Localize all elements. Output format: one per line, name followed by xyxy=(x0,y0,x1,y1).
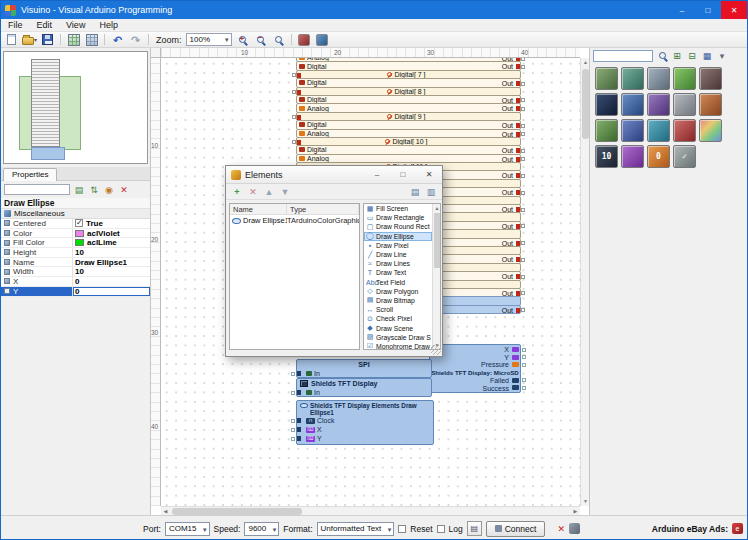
palette-item[interactable]: ◇ Draw Polygon xyxy=(364,287,432,296)
palette-item[interactable]: T Draw Text xyxy=(364,268,432,277)
input-pin[interactable] xyxy=(297,390,301,395)
palette-item[interactable]: ▢ Draw Round Rect xyxy=(364,222,432,231)
output-pin[interactable] xyxy=(516,241,520,246)
pin-stub[interactable] xyxy=(292,73,296,77)
property-name-cell[interactable]: Width xyxy=(1,267,73,276)
pin-stub[interactable] xyxy=(522,348,526,352)
property-value-cell[interactable]: 0 xyxy=(73,277,150,286)
open-dropdown-icon[interactable]: ▾ xyxy=(34,36,37,43)
property-value-cell[interactable]: Draw Ellipse1 xyxy=(73,258,150,267)
component-category-icon[interactable] xyxy=(673,67,696,90)
property-name-cell[interactable]: X xyxy=(1,277,73,286)
pin-stub[interactable] xyxy=(522,355,526,359)
property-value-cell[interactable]: aclLime xyxy=(73,238,150,247)
ebay-ad-icon[interactable]: e xyxy=(732,523,743,534)
clear-filter-icon[interactable]: ✕ xyxy=(118,184,130,196)
property-value-cell[interactable]: 10 xyxy=(73,248,150,257)
palette-item[interactable]: ☑ Monohrome Draw S xyxy=(364,342,432,349)
scroll-up-icon[interactable]: ▲ xyxy=(433,205,441,211)
zoom-select[interactable]: 100% xyxy=(186,33,232,46)
draw-ellipse-element-block[interactable]: Shields TFT Display Elements Draw Ellips… xyxy=(296,400,434,445)
property-row[interactable]: Height 10 xyxy=(1,248,150,258)
disconnect-icon[interactable]: ✕ xyxy=(557,524,565,534)
property-row[interactable]: Width 10 xyxy=(1,267,150,277)
menu-item[interactable]: Help xyxy=(92,20,125,30)
property-value-cell[interactable]: 10 xyxy=(73,267,150,276)
pin-stub[interactable] xyxy=(292,115,296,119)
property-row[interactable]: Name Draw Ellipse1 xyxy=(1,258,150,268)
dialog-maximize-icon[interactable] xyxy=(390,166,416,183)
sort-icon[interactable]: ⇅ xyxy=(88,184,100,196)
output-pin[interactable] xyxy=(516,190,520,195)
input-pin[interactable] xyxy=(297,427,301,432)
pin-stub[interactable] xyxy=(521,132,525,136)
output-pin[interactable] xyxy=(516,207,520,212)
property-row[interactable]: Centered True xyxy=(1,219,150,229)
pin-stub[interactable] xyxy=(522,363,526,367)
input-pin[interactable] xyxy=(297,371,301,376)
pin-stub[interactable] xyxy=(521,58,525,61)
palette-item[interactable]: ▤ Draw Bitmap xyxy=(364,296,432,305)
pin-stub[interactable] xyxy=(521,275,525,279)
tab-properties[interactable]: Properties xyxy=(3,168,57,181)
collapse-all-icon[interactable]: ⊟ xyxy=(686,50,698,62)
menu-item[interactable]: Edit xyxy=(30,20,60,30)
column-name[interactable]: Name xyxy=(230,204,287,214)
pin-stub[interactable] xyxy=(521,157,525,161)
pin-stub[interactable] xyxy=(521,124,525,128)
terminal-icon[interactable] xyxy=(569,523,580,534)
resize-grip[interactable] xyxy=(431,345,441,355)
pin-stub[interactable] xyxy=(521,258,525,262)
pin-panel-icon[interactable]: ◉ xyxy=(103,184,115,196)
block-pin-row[interactable]: I32 X xyxy=(297,425,433,434)
component-category-icon[interactable] xyxy=(621,93,644,116)
channel-pin[interactable] xyxy=(297,115,301,120)
log-view-button[interactable]: ▤ xyxy=(467,521,482,536)
block-pin-row[interactable]: Failed xyxy=(430,377,520,385)
block-pin-row[interactable]: Success xyxy=(430,384,520,392)
color-swatch[interactable] xyxy=(75,239,84,246)
palette-item[interactable]: Abc Text Field xyxy=(364,278,432,287)
component-category-icon[interactable] xyxy=(673,119,696,142)
port-select[interactable]: COM15 xyxy=(165,522,210,536)
property-value-cell[interactable]: aclViolet xyxy=(73,229,150,238)
dialog-title-bar[interactable]: Elements xyxy=(226,166,442,184)
property-name-cell[interactable]: Name xyxy=(1,258,73,267)
input-pin[interactable] xyxy=(297,418,301,423)
upload-button[interactable] xyxy=(315,33,330,47)
format-select[interactable]: Unformatted Text xyxy=(317,522,395,536)
block-pin-row[interactable]: I32 Y xyxy=(297,434,433,443)
color-swatch[interactable] xyxy=(75,230,84,237)
close-icon[interactable] xyxy=(721,1,747,19)
scrollbar-thumb[interactable] xyxy=(582,69,589,139)
reset-checkbox[interactable] xyxy=(398,525,406,533)
output-pin[interactable] xyxy=(516,157,520,162)
add-element-icon[interactable]: + xyxy=(231,185,243,199)
output-pin[interactable] xyxy=(516,64,520,69)
palette-item[interactable]: ▪ Draw Pixel xyxy=(364,241,432,250)
title-bar[interactable]: Visuino - Visual Arduino Programming xyxy=(1,1,747,19)
select-board-button[interactable] xyxy=(66,33,81,47)
scrollbar-thumb[interactable] xyxy=(172,508,302,515)
output-pin[interactable] xyxy=(516,81,520,86)
property-name-cell[interactable]: Fill Color xyxy=(1,238,73,247)
pin-stub[interactable] xyxy=(291,419,295,423)
component-category-icon[interactable]: 10 xyxy=(595,145,618,168)
column-type[interactable]: Type xyxy=(287,204,359,214)
property-value-cell[interactable]: True xyxy=(73,219,150,228)
tft-display-block[interactable]: Shields TFT Display In xyxy=(296,378,432,397)
zoom-in-button[interactable] xyxy=(235,33,250,47)
property-name-cell[interactable]: Centered xyxy=(1,219,73,228)
palette-item[interactable]: ╱ Draw Line xyxy=(364,250,432,259)
component-category-icon[interactable] xyxy=(595,93,618,116)
output-pin[interactable] xyxy=(516,291,520,296)
list-view-icon[interactable]: ▤ xyxy=(409,185,421,199)
elements-dialog[interactable]: Elements + ✕ ▲ ▼ ▤ ▥ Name Type xyxy=(225,165,443,357)
element-palette-list[interactable]: ▦ Fill Screen ▭ Draw Rectangle ▢ Draw Ro… xyxy=(363,203,441,350)
component-category-icon[interactable] xyxy=(647,93,670,116)
property-name-cell[interactable]: Color xyxy=(1,229,73,238)
output-pin[interactable] xyxy=(516,148,520,153)
undo-button[interactable]: ↶ xyxy=(110,33,125,47)
palette-item[interactable]: ↔ Scroll xyxy=(364,305,432,314)
pin-stub[interactable] xyxy=(291,372,295,376)
